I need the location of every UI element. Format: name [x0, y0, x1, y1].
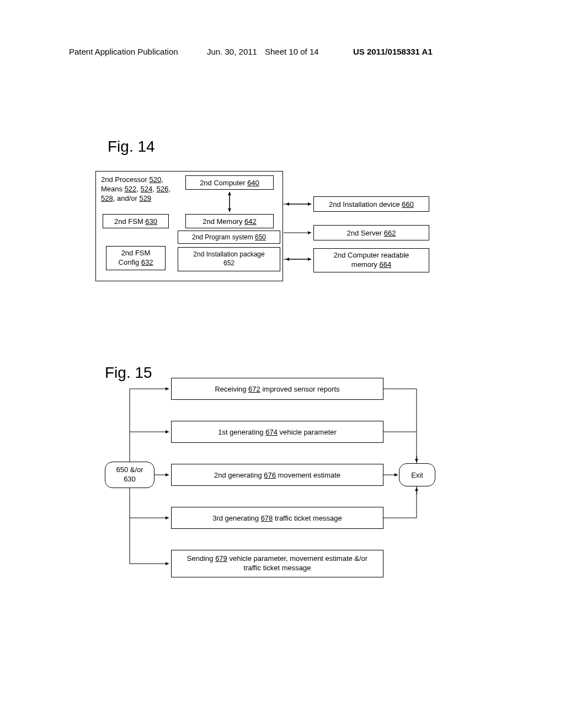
fig15-title: Fig. 15 [105, 364, 152, 382]
header-sheet: Sheet 10 of 14 [265, 47, 319, 56]
processor-label: 2nd Processor 520, Means 522, 524, 526, … [101, 175, 184, 204]
header-left: Patent Application Publication [69, 47, 178, 56]
second-fsm-box: 2nd FSM 630 [103, 214, 169, 228]
flow-step-3rd-gen: 3rd generating 678 traffic ticket messag… [171, 507, 383, 529]
second-program-system-box: 2nd Program system 650 [178, 231, 280, 244]
second-fsm-config-box: 2nd FSMConfig 632 [106, 246, 166, 270]
connectors [0, 0, 565, 728]
second-install-pkg-box: 2nd Installation package652 [178, 247, 280, 271]
header-pubno: US 2011/0158331 A1 [353, 47, 433, 56]
flow-exit: Exit [399, 463, 435, 486]
second-server-box: 2nd Server 662 [313, 225, 429, 240]
second-computer-box: 2nd Computer 640 [185, 175, 274, 190]
flow-step-receiving: Receiving 672 improved sensor reports [171, 378, 383, 400]
fig14-title: Fig. 14 [108, 138, 155, 156]
second-memory-box: 2nd Memory 642 [185, 214, 274, 228]
flow-step-sending: Sending 679 vehicle parameter, movement … [171, 550, 383, 577]
flow-step-2nd-gen: 2nd generating 676 movement estimate [171, 464, 383, 486]
flow-step-1st-gen: 1st generating 674 vehicle parameter [171, 421, 383, 443]
header-date: Jun. 30, 2011 [207, 47, 257, 56]
second-install-device-box: 2nd Installation device 660 [313, 196, 429, 212]
second-crm-box: 2nd Computer readablememory 664 [313, 248, 429, 272]
flow-start: 650 &/or630 [105, 462, 154, 488]
